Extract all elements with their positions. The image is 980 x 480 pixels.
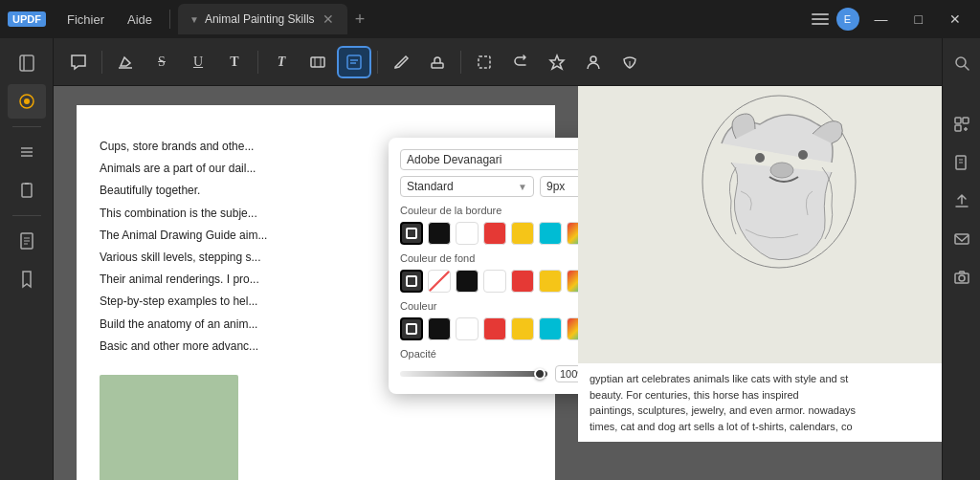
svg-rect-23 (432, 63, 443, 68)
text-color-6[interactable] (539, 317, 562, 340)
font-style-dropdown[interactable]: Standard ▼ (400, 176, 534, 197)
toolbar-star[interactable] (540, 46, 574, 78)
sidebar-right-camera[interactable] (943, 260, 981, 295)
border-color-row (400, 222, 578, 245)
toolbar-select-rect[interactable] (467, 46, 501, 78)
tab-list-icon[interactable] (812, 13, 829, 25)
document-area[interactable]: Cups, store brands and othe... Animals a… (54, 86, 578, 480)
tab-bar: ▼ Animal Painting Skills ✕ + (178, 4, 808, 34)
border-color-3[interactable] (456, 222, 479, 245)
toolbar-div-2 (257, 51, 258, 74)
toolbar-text[interactable]: T (217, 46, 252, 78)
text-color-5[interactable] (511, 317, 534, 340)
svg-rect-39 (963, 118, 969, 123)
svg-rect-2 (812, 23, 829, 25)
toolbar-underline[interactable]: U (181, 46, 215, 78)
toolbar-font[interactable]: T (264, 46, 299, 78)
toolbar-textbox[interactable] (301, 46, 335, 78)
tab-title: Animal Painting Skills (205, 12, 315, 26)
toolbar-highlight[interactable] (108, 46, 143, 78)
text-color-7[interactable] (567, 317, 578, 340)
text-color-1[interactable] (400, 317, 423, 340)
right-panel: gyptian art celebrates animals like cats… (578, 86, 942, 480)
fill-color-4[interactable] (511, 270, 534, 293)
toolbar-comment[interactable] (61, 46, 96, 78)
toolbar-rotate[interactable] (503, 46, 538, 78)
fill-color-3[interactable] (483, 270, 506, 293)
right-text-4: times, cat and dog art sells a lot of t-… (590, 419, 930, 435)
text-swatch-icon (406, 323, 417, 335)
opacity-thumb[interactable] (534, 368, 546, 380)
svg-line-37 (965, 66, 969, 70)
main-layout: S U T T (0, 38, 980, 480)
svg-rect-38 (955, 118, 961, 123)
border-color-5[interactable] (511, 222, 534, 245)
right-text-3: paintings, sculptures, jewelry, and even… (590, 403, 930, 419)
toolbar-div-1 (101, 51, 102, 74)
tab-close-btn[interactable]: ✕ (321, 11, 336, 27)
fill-color-transparent[interactable] (428, 270, 451, 293)
svg-rect-24 (479, 56, 490, 68)
content-body: Cups, store brands and othe... Animals a… (54, 86, 942, 480)
svg-point-34 (798, 150, 808, 160)
sidebar-icon-paint[interactable] (8, 84, 46, 119)
fill-color-1[interactable] (400, 270, 423, 293)
text-color-3[interactable] (456, 317, 479, 340)
svg-rect-47 (955, 234, 969, 244)
toolbar-leaf[interactable] (612, 46, 647, 78)
text-color-4[interactable] (483, 317, 506, 340)
sidebar-icon-doc[interactable] (8, 224, 46, 258)
sidebar-right-upload[interactable] (943, 184, 981, 218)
svg-line-30 (429, 271, 450, 292)
content-columns: S U T T (54, 38, 942, 480)
border-color-4[interactable] (483, 222, 506, 245)
menu-aide[interactable]: Aide (118, 9, 162, 31)
svg-point-33 (755, 153, 765, 163)
border-color-7[interactable] (567, 222, 578, 245)
svg-point-35 (770, 163, 793, 178)
sidebar-right-search[interactable] (943, 46, 981, 80)
sidebar-divider-2 (12, 215, 41, 216)
fill-color-6[interactable] (567, 270, 578, 293)
toolbar-sticky-note[interactable] (337, 46, 371, 78)
tab-add-btn[interactable]: + (347, 10, 373, 30)
app-logo: UPDF (8, 11, 46, 27)
svg-point-49 (959, 275, 965, 281)
opacity-value[interactable]: 100% ▼ (555, 365, 578, 382)
sidebar-icon-book[interactable] (8, 46, 46, 80)
svg-rect-3 (20, 55, 33, 71)
font-size-dropdown[interactable]: 9px ▼ (540, 176, 578, 197)
svg-rect-31 (407, 324, 416, 334)
fill-color-row (400, 270, 578, 293)
minimize-btn[interactable]: — (863, 8, 900, 31)
svg-rect-40 (955, 125, 961, 131)
toolbar-stamp[interactable] (420, 46, 455, 78)
svg-marker-25 (550, 55, 564, 69)
toolbar-div-3 (377, 51, 378, 74)
fill-color-2[interactable] (456, 270, 479, 293)
svg-rect-0 (812, 13, 829, 15)
text-color-2[interactable] (428, 317, 451, 340)
active-tab[interactable]: ▼ Animal Painting Skills ✕ (178, 4, 347, 34)
fill-color-5[interactable] (539, 270, 562, 293)
maximize-btn[interactable]: □ (903, 8, 934, 31)
border-color-2[interactable] (428, 222, 451, 245)
menu-fichier[interactable]: Fichier (57, 9, 114, 31)
sidebar-icon-list[interactable] (8, 135, 46, 169)
opacity-slider[interactable] (400, 371, 547, 377)
close-btn[interactable]: ✕ (938, 8, 972, 31)
sidebar-icon-bookmark[interactable] (8, 262, 46, 296)
toolbar-strikethrough[interactable]: S (145, 46, 179, 78)
font-family-dropdown[interactable]: Adobe Devanagari ▼ (400, 149, 578, 170)
svg-point-26 (590, 56, 596, 62)
sidebar-right-mail[interactable] (943, 222, 981, 256)
doc-image-1 (100, 375, 238, 480)
sidebar-icon-clipboard[interactable] (8, 173, 46, 207)
toolbar-person[interactable] (576, 46, 611, 78)
sidebar-right-ocr[interactable] (943, 107, 981, 142)
user-avatar[interactable]: E (836, 8, 859, 31)
toolbar-pencil[interactable] (384, 46, 418, 78)
border-color-1[interactable] (400, 222, 423, 245)
sidebar-right-doc2[interactable] (943, 145, 981, 180)
border-color-6[interactable] (539, 222, 562, 245)
